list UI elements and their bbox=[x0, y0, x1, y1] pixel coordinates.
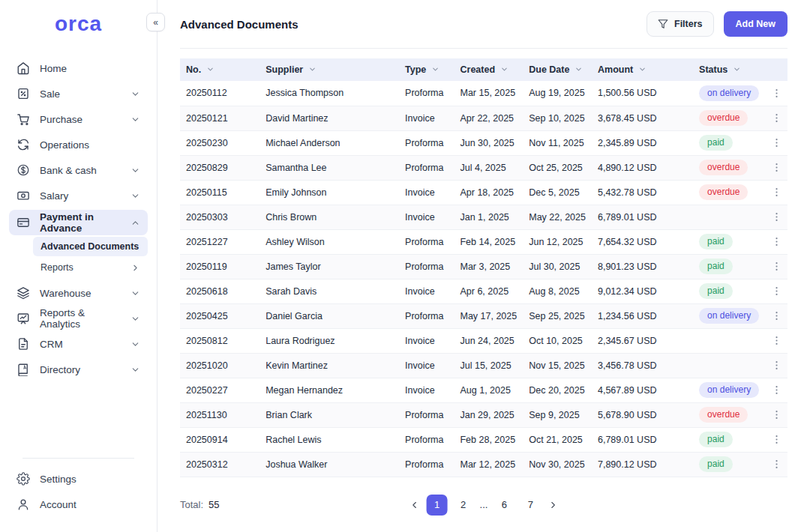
sidebar-item-settings[interactable]: Settings bbox=[9, 466, 148, 492]
cell-status: paid bbox=[693, 452, 765, 477]
row-actions-button[interactable] bbox=[768, 233, 785, 250]
sidebar-item-salary[interactable]: Salary bbox=[9, 183, 148, 208]
row-actions-button[interactable] bbox=[768, 456, 785, 473]
sidebar-item-warehouse[interactable]: Warehouse bbox=[9, 280, 148, 306]
row-actions-button[interactable] bbox=[768, 184, 785, 201]
row-actions-button[interactable] bbox=[768, 134, 785, 151]
row-actions-button[interactable] bbox=[768, 282, 785, 300]
page-button-2[interactable]: 2 bbox=[453, 495, 474, 516]
cell-created: Jan 1, 2025 bbox=[454, 205, 523, 229]
table-row[interactable]: 20251130 Brian Clark Proforma Jan 29, 20… bbox=[180, 402, 788, 427]
column-header-due-date[interactable]: Due Date bbox=[523, 58, 592, 81]
cell-supplier: Chris Brown bbox=[260, 205, 399, 229]
table-row[interactable]: 20250312 Joshua Walker Proforma Mar 12, … bbox=[180, 452, 788, 477]
column-header-type[interactable]: Type bbox=[399, 58, 454, 81]
table-row[interactable]: 20250914 Rachel Lewis Proforma Feb 28, 2… bbox=[180, 427, 788, 452]
cell-amount: 5,678.90 USD bbox=[592, 402, 693, 427]
table-header-row: No. Supplier Type Created Due Date Amoun… bbox=[180, 58, 788, 81]
row-actions-button[interactable] bbox=[768, 258, 785, 275]
filters-button[interactable]: Filters bbox=[646, 11, 714, 37]
cell-created: Mar 15, 2025 bbox=[454, 81, 523, 106]
cell-created: Aug 1, 2025 bbox=[454, 378, 523, 402]
table-row[interactable]: 20250112 Jessica Thompson Proforma Mar 1… bbox=[180, 81, 788, 106]
row-actions-button[interactable] bbox=[768, 357, 785, 374]
sidebar-item-reports-analytics[interactable]: Reports & Analytics bbox=[9, 306, 148, 331]
page-button-7[interactable]: 7 bbox=[520, 495, 541, 516]
chevron-down-icon bbox=[130, 288, 140, 298]
row-actions-button[interactable] bbox=[768, 431, 785, 448]
table-row[interactable]: 20250425 Daniel Garcia Proforma May 17, … bbox=[180, 303, 788, 328]
column-header-actions bbox=[765, 58, 788, 81]
next-page-button[interactable] bbox=[546, 498, 560, 512]
prev-page-button[interactable] bbox=[408, 498, 422, 512]
cell-no: 20251020 bbox=[180, 353, 260, 378]
cell-status: paid bbox=[693, 130, 765, 155]
payment-in-advance-submenu: Advanced Documents Reports bbox=[33, 237, 148, 277]
cell-created: Jul 15, 2025 bbox=[454, 353, 523, 378]
cell-due-date: Jun 12, 2025 bbox=[523, 229, 592, 254]
table-row[interactable]: 20251227 Ashley Wilson Proforma Feb 14, … bbox=[180, 229, 788, 254]
table-row[interactable]: 20250119 James Taylor Proforma Mar 3, 20… bbox=[180, 254, 788, 279]
chevron-right-icon bbox=[130, 263, 140, 273]
chevron-down-icon bbox=[130, 166, 140, 175]
cell-actions bbox=[765, 402, 788, 427]
sidebar-item-directory[interactable]: Directory bbox=[9, 357, 148, 382]
cell-amount: 1,234.56 USD bbox=[592, 303, 693, 328]
cell-type: Invoice bbox=[399, 205, 454, 229]
sale-icon bbox=[16, 87, 30, 100]
table-row[interactable]: 20250121 David Martinez Invoice Apr 22, … bbox=[180, 106, 788, 130]
cell-supplier: Megan Hernandez bbox=[260, 378, 399, 402]
cell-amount: 2,345.67 USD bbox=[592, 328, 693, 353]
table-row[interactable]: 20250115 Emily Johnson Invoice Apr 18, 2… bbox=[180, 180, 788, 205]
row-actions-button[interactable] bbox=[768, 85, 785, 102]
cell-type: Proforma bbox=[399, 81, 454, 106]
cell-no: 20250227 bbox=[180, 378, 260, 402]
sidebar-item-home[interactable]: Home bbox=[9, 55, 148, 81]
chevron-down-icon bbox=[130, 339, 140, 349]
sidebar-subitem-advanced-documents[interactable]: Advanced Documents bbox=[33, 237, 148, 256]
row-actions-button[interactable] bbox=[768, 332, 785, 349]
row-actions-button[interactable] bbox=[768, 381, 785, 399]
table-row[interactable]: 20250812 Laura Rodriguez Invoice Jun 24,… bbox=[180, 328, 788, 353]
sidebar-item-purchase[interactable]: Purchase bbox=[9, 106, 148, 132]
table-row[interactable]: 20251020 Kevin Martinez Invoice Jul 15, … bbox=[180, 353, 788, 378]
status-badge: on delivery bbox=[699, 308, 759, 324]
cell-amount: 4,890.12 USD bbox=[592, 155, 693, 180]
column-header-supplier[interactable]: Supplier bbox=[260, 58, 399, 81]
row-actions-button[interactable] bbox=[768, 109, 785, 127]
column-header-amount[interactable]: Amount bbox=[592, 58, 693, 81]
cell-actions bbox=[765, 155, 788, 180]
page-button-1[interactable]: 1 bbox=[427, 495, 448, 516]
cell-no: 20250230 bbox=[180, 130, 260, 155]
column-header-no[interactable]: No. bbox=[180, 58, 260, 81]
sidebar-item-payment-in-advance[interactable]: Payment in Advance bbox=[9, 210, 148, 235]
cell-amount: 3,678.45 USD bbox=[592, 106, 693, 130]
credit-card-icon bbox=[16, 216, 30, 229]
sidebar-item-sale[interactable]: Sale bbox=[9, 81, 148, 106]
column-header-created[interactable]: Created bbox=[454, 58, 523, 81]
table-row[interactable]: 20250227 Megan Hernandez Invoice Aug 1, … bbox=[180, 378, 788, 402]
cell-no: 20250312 bbox=[180, 452, 260, 477]
sidebar-item-crm[interactable]: CRM bbox=[9, 331, 148, 357]
column-header-status[interactable]: Status bbox=[693, 58, 765, 81]
cell-status bbox=[693, 328, 765, 353]
sidebar-subitem-reports[interactable]: Reports bbox=[33, 258, 148, 277]
sidebar-item-operations[interactable]: Operations bbox=[9, 132, 148, 157]
cell-amount: 4,567.89 USD bbox=[592, 378, 693, 402]
cell-created: Apr 22, 2025 bbox=[454, 106, 523, 130]
sidebar-item-account[interactable]: Account bbox=[9, 492, 148, 517]
row-actions-button[interactable] bbox=[768, 159, 785, 176]
table-row[interactable]: 20250618 Sarah Davis Invoice Apr 6, 2025… bbox=[180, 279, 788, 303]
cell-supplier: Rachel Lewis bbox=[260, 427, 399, 452]
page-button-6[interactable]: 6 bbox=[494, 495, 514, 516]
table-row[interactable]: 20250829 Samantha Lee Proforma Jul 4, 20… bbox=[180, 155, 788, 180]
add-new-button[interactable]: Add New bbox=[724, 11, 788, 37]
row-actions-button[interactable] bbox=[768, 406, 785, 423]
table-row[interactable]: 20250230 Michael Anderson Proforma Jun 3… bbox=[180, 130, 788, 155]
cell-supplier: Jessica Thompson bbox=[260, 81, 399, 106]
sidebar-collapse-button[interactable]: « bbox=[146, 13, 165, 31]
row-actions-button[interactable] bbox=[768, 307, 785, 324]
sidebar-item-bank-cash[interactable]: Bank & cash bbox=[9, 157, 148, 183]
row-actions-button[interactable] bbox=[768, 208, 785, 226]
table-row[interactable]: 20250303 Chris Brown Invoice Jan 1, 2025… bbox=[180, 205, 788, 229]
